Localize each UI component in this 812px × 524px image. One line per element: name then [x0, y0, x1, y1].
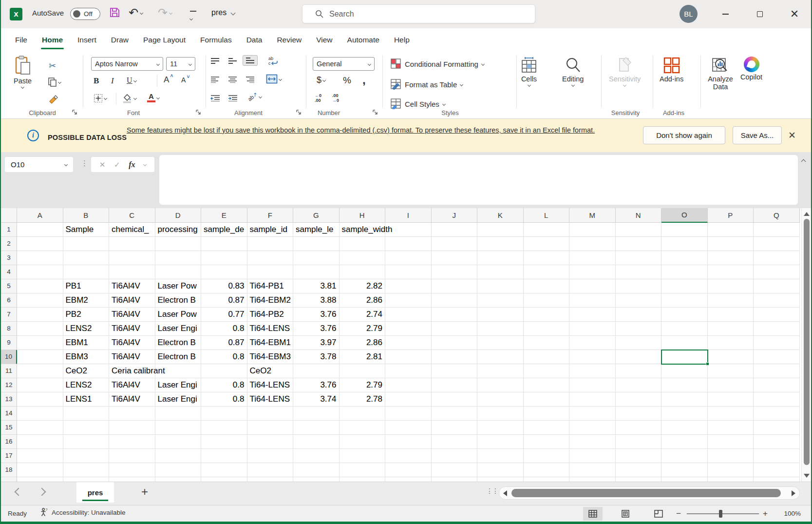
cell-N5[interactable]: [616, 279, 662, 293]
cell-P3[interactable]: [708, 251, 754, 265]
scroll-left-icon[interactable]: [503, 490, 507, 496]
cell-Q12[interactable]: [754, 378, 800, 392]
cell-H2[interactable]: [340, 237, 386, 251]
cell-B7[interactable]: PB2: [63, 308, 110, 322]
align-top-button[interactable]: [210, 58, 220, 64]
cell-B13[interactable]: LENS1: [63, 392, 110, 407]
cell-F7[interactable]: Ti64-PB2: [247, 308, 294, 322]
sensitivity-button[interactable]: Sensitivity: [609, 57, 641, 86]
fill-handle[interactable]: [706, 362, 709, 366]
cell-J5[interactable]: [432, 279, 478, 293]
cell-E11[interactable]: [201, 364, 247, 378]
cell-Q3[interactable]: [754, 251, 800, 265]
close-button[interactable]: ✕: [782, 0, 807, 28]
font-name-combo[interactable]: Aptos Narrow: [91, 57, 163, 71]
cell-N11[interactable]: [616, 364, 662, 378]
zoom-out-button[interactable]: −: [676, 509, 681, 519]
select-all-corner[interactable]: [1, 208, 17, 223]
cell-N3[interactable]: [616, 251, 662, 265]
cell-A16[interactable]: [17, 435, 63, 449]
cell-Q5[interactable]: [754, 279, 800, 293]
cell-E7[interactable]: 0.77: [201, 308, 247, 322]
cell-A18[interactable]: [17, 463, 63, 477]
format-painter-button[interactable]: [48, 95, 58, 104]
cell-K14[interactable]: [477, 407, 524, 421]
decrease-decimal-button[interactable]: .00→0: [332, 94, 339, 103]
cell-O1[interactable]: [661, 223, 708, 237]
cell-D13[interactable]: Laser Engi: [155, 392, 202, 407]
vertical-scroll-thumb[interactable]: [804, 219, 810, 465]
cell-K6[interactable]: [477, 293, 524, 308]
scroll-down-icon[interactable]: [804, 474, 810, 478]
previous-sheet-icon[interactable]: [15, 488, 23, 496]
cell-J16[interactable]: [432, 435, 478, 449]
orientation-button[interactable]: ab↗: [247, 94, 262, 100]
comma-style-button[interactable]: ,: [362, 77, 366, 83]
cell-D9[interactable]: Electron B: [155, 336, 202, 350]
cell-O17[interactable]: [661, 449, 708, 463]
row-header-11[interactable]: 11: [1, 364, 17, 378]
cell-N7[interactable]: [616, 308, 662, 322]
cell-I19[interactable]: [385, 477, 432, 482]
row-header-16[interactable]: 16: [1, 435, 17, 449]
cell-Q8[interactable]: [754, 322, 800, 336]
cell-G6[interactable]: 3.88: [293, 293, 340, 308]
cell-G14[interactable]: [293, 407, 340, 421]
cell-C3[interactable]: [109, 251, 155, 265]
cell-G16[interactable]: [293, 435, 340, 449]
cell-H17[interactable]: [340, 449, 386, 463]
cell-M12[interactable]: [569, 378, 616, 392]
row-header-13[interactable]: 13: [1, 392, 17, 407]
cell-M1[interactable]: [569, 223, 616, 237]
cell-O16[interactable]: [661, 435, 708, 449]
cell-B19[interactable]: [63, 477, 110, 482]
cell-K8[interactable]: [477, 322, 524, 336]
cell-O8[interactable]: [661, 322, 708, 336]
column-header-D[interactable]: D: [155, 208, 202, 223]
cell-N10[interactable]: [616, 350, 662, 364]
percent-style-button[interactable]: %: [343, 75, 351, 86]
alignment-dialog-launcher[interactable]: [296, 110, 302, 116]
cell-H1[interactable]: sample_width: [340, 223, 386, 237]
cell-P9[interactable]: [708, 336, 754, 350]
cell-E19[interactable]: [201, 477, 247, 482]
customize-quick-access-button[interactable]: [190, 11, 196, 22]
row-header-8[interactable]: 8: [1, 322, 17, 336]
row-header-6[interactable]: 6: [1, 293, 17, 308]
cell-G2[interactable]: [293, 237, 340, 251]
cell-M8[interactable]: [569, 322, 616, 336]
cell-N14[interactable]: [616, 407, 662, 421]
cell-B16[interactable]: [63, 435, 110, 449]
maximize-button[interactable]: [748, 0, 772, 28]
cell-K12[interactable]: [477, 378, 524, 392]
cell-I18[interactable]: [385, 463, 432, 477]
cell-P18[interactable]: [708, 463, 754, 477]
cell-N2[interactable]: [616, 237, 662, 251]
number-dialog-launcher[interactable]: [373, 110, 378, 116]
cell-B2[interactable]: [63, 237, 110, 251]
cell-L16[interactable]: [524, 435, 570, 449]
save-as-button[interactable]: Save As...: [733, 126, 782, 144]
copilot-button[interactable]: Copilot: [740, 57, 762, 81]
cell-F5[interactable]: Ti64-PB1: [247, 279, 294, 293]
cell-B5[interactable]: PB1: [63, 279, 110, 293]
cell-A11[interactable]: [17, 364, 63, 378]
cell-A13[interactable]: [17, 392, 63, 407]
cell-P5[interactable]: [708, 279, 754, 293]
cell-F18[interactable]: [247, 463, 294, 477]
cell-C11[interactable]: Ceria calibrant: [109, 364, 155, 378]
cell-K3[interactable]: [477, 251, 524, 265]
cell-B6[interactable]: EBM2: [63, 293, 110, 308]
cell-L11[interactable]: [524, 364, 570, 378]
cell-M15[interactable]: [569, 421, 616, 435]
save-button[interactable]: [109, 7, 120, 18]
row-header-14[interactable]: 14: [1, 407, 17, 421]
cell-G1[interactable]: sample_le: [293, 223, 340, 237]
cell-H14[interactable]: [340, 407, 386, 421]
cell-G11[interactable]: [293, 364, 340, 378]
cell-G8[interactable]: 3.76: [293, 322, 340, 336]
cell-E17[interactable]: [201, 449, 247, 463]
cell-E2[interactable]: [201, 237, 247, 251]
cell-K1[interactable]: [477, 223, 524, 237]
page-break-view-button[interactable]: [649, 507, 668, 521]
